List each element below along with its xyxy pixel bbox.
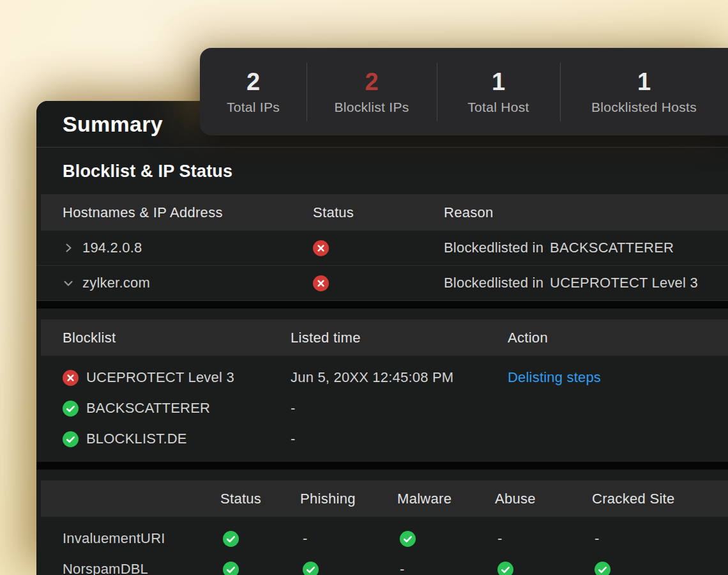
stat-blocklisted-hosts: 1 Blocklisted Hosts [560, 48, 728, 135]
stat-label: Total IPs [227, 100, 280, 115]
host-row-domain[interactable]: zylker.com Blockedlisted inUCEPROTECT Le… [36, 266, 728, 301]
blocklist-table-header: Blocklist Listed time Action [41, 319, 728, 356]
category-row: NorspamDBL - [36, 554, 728, 575]
reason-text: Blockedlisted inBACKSCATTERER [444, 240, 728, 256]
chevron-right-icon[interactable] [63, 242, 74, 254]
blocklist-row: BACKSCATTERER - [36, 393, 728, 424]
col-action: Action [508, 330, 728, 346]
col-listed-time: Listed time [291, 330, 508, 346]
section-divider [36, 301, 728, 309]
category-table-header: Status Phishing Malware Abuse Cracked Si… [41, 480, 728, 517]
host-row-ip[interactable]: 194.2.0.8 Blockedlisted inBACKSCATTERER [36, 231, 728, 266]
col-reason: Reason [444, 204, 728, 221]
x-badge-icon [313, 275, 444, 291]
x-badge-icon [313, 240, 444, 256]
blocklist-name: BLOCKLIST.DE [86, 431, 187, 447]
stat-label: Blocklist IPs [334, 100, 409, 115]
blocklist-row: BLOCKLIST.DE - [36, 424, 728, 454]
stat-label: Blocklisted Hosts [591, 100, 697, 115]
summary-stats-card: 2 Total IPs 2 Blocklist IPs 1 Total Host… [200, 48, 728, 135]
col-status: Status [313, 204, 444, 221]
stat-divider [437, 63, 437, 121]
blocklist-name: UCEPROTECT Level 3 [86, 369, 234, 386]
host-table-header: Hostnames & IP Address Status Reason [41, 194, 728, 231]
stat-divider [307, 63, 307, 121]
col-status: Status [220, 491, 300, 507]
x-badge-icon [63, 370, 79, 386]
provider-name: NorspamDBL [63, 561, 220, 575]
check-badge-icon [63, 401, 79, 417]
stat-divider [560, 63, 561, 121]
col-cracked-site: Cracked Site [592, 491, 728, 507]
stat-label: Total Host [467, 100, 529, 115]
malware-cell: - [400, 561, 495, 575]
check-badge-icon [595, 562, 728, 575]
provider-name: InvaluementURI [63, 530, 220, 547]
col-blocklist: Blocklist [63, 330, 291, 346]
summary-panel: Summary Blocklist & IP Status Hostnames … [36, 101, 728, 575]
cracked-site-cell: - [595, 530, 728, 547]
blocklist-name: BACKSCATTERER [86, 400, 210, 417]
section-title: Blocklist & IP Status [63, 159, 728, 183]
section-divider [36, 462, 728, 470]
host-label: 194.2.0.8 [82, 240, 142, 256]
check-badge-icon [223, 531, 300, 547]
abuse-cell: - [497, 530, 592, 547]
stat-total-host: 1 Total Host [437, 48, 560, 135]
blocklist-row: UCEPROTECT Level 3 Jun 5, 20XX 12:45:08 … [36, 362, 728, 393]
check-badge-icon [400, 531, 495, 547]
stat-value: 2 [365, 69, 378, 95]
stat-value: 1 [492, 69, 505, 95]
stat-blocklist-ips: 2 Blocklist IPs [307, 48, 437, 135]
col-phishing: Phishing [300, 491, 397, 507]
page-title: Summary [63, 112, 163, 137]
chevron-down-icon[interactable] [63, 279, 74, 288]
stat-total-ips: 2 Total IPs [200, 48, 307, 135]
phishing-cell: - [303, 530, 397, 547]
stat-value: 2 [246, 69, 260, 95]
listed-time: - [291, 431, 508, 447]
col-malware: Malware [397, 491, 495, 507]
category-row: InvaluementURI - - - [36, 523, 728, 554]
reason-text: Blockedlisted inUCEPROTECT Level 3 [444, 275, 728, 291]
col-abuse: Abuse [495, 491, 592, 507]
check-badge-icon [223, 562, 300, 575]
listed-time: Jun 5, 20XX 12:45:08 PM [291, 369, 508, 386]
check-badge-icon [303, 562, 397, 575]
col-hostnames: Hostnames & IP Address [63, 204, 313, 221]
stat-value: 1 [637, 69, 651, 95]
check-badge-icon [497, 562, 592, 575]
delisting-steps-link[interactable]: Delisting steps [508, 369, 728, 386]
host-label: zylker.com [82, 275, 150, 291]
check-badge-icon [63, 431, 79, 447]
listed-time: - [291, 400, 508, 417]
